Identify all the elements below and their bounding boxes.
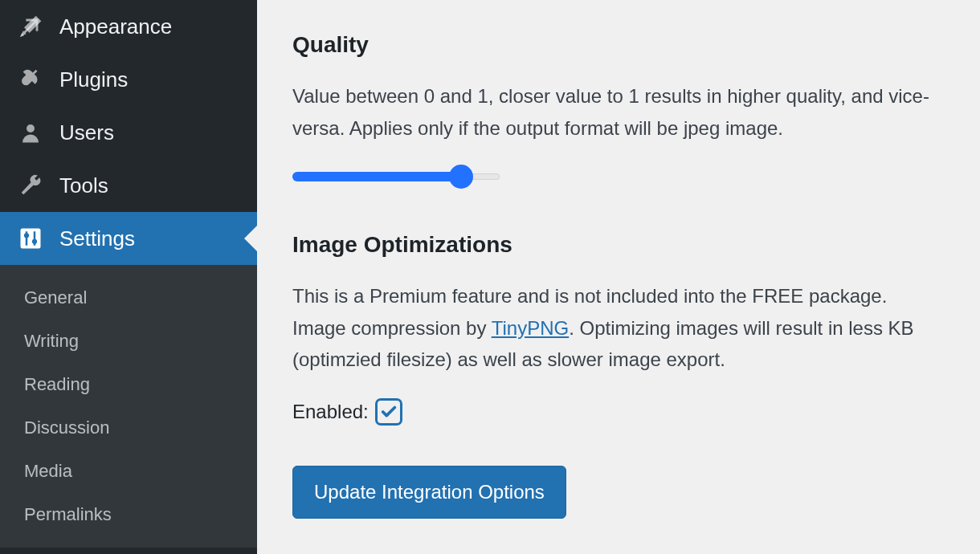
enabled-label: Enabled: — [292, 401, 369, 423]
update-options-button[interactable]: Update Integration Options — [292, 466, 566, 519]
quality-slider[interactable] — [292, 166, 500, 187]
admin-sidebar: Appearance Plugins Users Tools Settings … — [0, 0, 257, 554]
sidebar-item-users[interactable]: Users — [0, 106, 257, 159]
svg-rect-1 — [21, 229, 41, 249]
sidebar-item-tools[interactable]: Tools — [0, 159, 257, 212]
imageopt-description: This is a Premium feature and is not inc… — [292, 280, 945, 376]
section-title-imageopt: Image Optimizations — [292, 232, 945, 258]
users-icon — [16, 118, 45, 147]
submenu-item-reading[interactable]: Reading — [0, 363, 257, 406]
sidebar-item-plugins[interactable]: Plugins — [0, 53, 257, 106]
sidebar-item-label: Appearance — [59, 14, 172, 39]
settings-main: Quality Value between 0 and 1, closer va… — [257, 0, 980, 554]
svg-point-0 — [27, 124, 35, 132]
sidebar-item-label: Tools — [59, 173, 108, 198]
slider-fill — [292, 172, 461, 181]
submenu-item-media[interactable]: Media — [0, 450, 257, 493]
plugins-icon — [16, 65, 45, 94]
svg-point-3 — [32, 239, 37, 244]
sidebar-item-label: Users — [59, 120, 114, 145]
settings-icon — [16, 224, 45, 253]
tools-icon — [16, 171, 45, 200]
sidebar-item-settings[interactable]: Settings — [0, 212, 257, 265]
enabled-checkbox[interactable] — [375, 398, 402, 426]
check-icon — [380, 403, 398, 421]
slider-thumb[interactable] — [449, 165, 473, 189]
appearance-icon — [16, 12, 45, 41]
submenu-item-general[interactable]: General — [0, 276, 257, 320]
submenu-item-permalinks[interactable]: Permalinks — [0, 493, 257, 536]
submenu-item-discussion[interactable]: Discussion — [0, 406, 257, 450]
quality-description: Value between 0 and 1, closer value to 1… — [292, 80, 945, 144]
submenu-item-writing[interactable]: Writing — [0, 320, 257, 363]
tinypng-link[interactable]: TinyPNG — [492, 317, 569, 339]
svg-point-2 — [24, 233, 29, 238]
sidebar-item-label: Settings — [59, 226, 135, 251]
sidebar-item-appearance[interactable]: Appearance — [0, 0, 257, 53]
section-title-quality: Quality — [292, 32, 945, 58]
settings-submenu: General Writing Reading Discussion Media… — [0, 265, 257, 548]
sidebar-item-label: Plugins — [59, 67, 128, 92]
